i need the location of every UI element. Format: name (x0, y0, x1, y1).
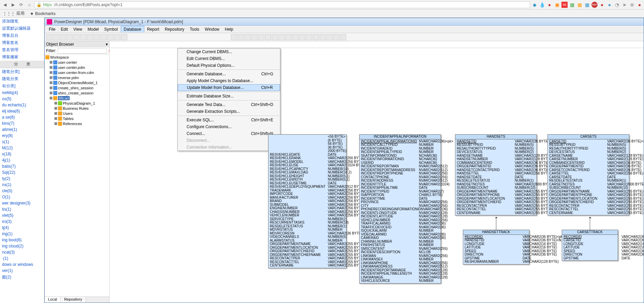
tree-workspace[interactable]: Workspace (45, 55, 108, 60)
toolbar-button[interactable] (245, 34, 251, 40)
toolbar-button[interactable] (73, 34, 79, 40)
category-item[interactable]: ing cloud(2) (0, 243, 44, 249)
category-item[interactable]: x(18) (0, 151, 44, 157)
tree-node[interactable]: ⊞ ObjectOrientedModel_1 (45, 80, 108, 85)
ext-icon[interactable]: ▦ (576, 2, 583, 8)
category-item[interactable]: lj(4) (0, 225, 44, 231)
toolbar-button[interactable] (87, 34, 93, 40)
menu-view[interactable]: View (71, 26, 85, 32)
category-item[interactable]: ing(1) (0, 231, 44, 237)
tree-node[interactable]: ⊞ Tables (45, 116, 108, 121)
menu-window[interactable]: Window (202, 26, 222, 32)
category-item[interactable]: ing boot(6) (0, 237, 44, 243)
sidebar-item[interactable]: 博客签名 (0, 39, 44, 46)
category-item[interactable]: batis(7) (0, 163, 44, 169)
menu-item[interactable]: Apply Model Changes to Database... (178, 77, 280, 84)
entity-resvehicle[interactable]: <56 BYTE>(6 BYTE)56 BYTE)36 BYTE)2000 BY… (268, 134, 347, 268)
toolbar-button[interactable] (286, 34, 292, 40)
toolbar-button[interactable] (231, 34, 237, 40)
tree-node[interactable]: ⊞ References (45, 121, 108, 126)
tree-view[interactable]: Workspace⊞ user-center⊞ user-center.pdm⊞… (45, 54, 109, 297)
toolbar-button[interactable] (279, 34, 285, 40)
menu-item[interactable]: Generate Extraction Scripts... (178, 108, 280, 115)
category-item[interactable]: dows or windows (0, 261, 44, 268)
menu-help[interactable]: Help (222, 26, 236, 32)
ext-icon[interactable]: 58 (561, 2, 568, 8)
category-item[interactable]: os(5) (0, 96, 44, 102)
menu-item[interactable]: Connect...Ctrl+Shift+N (178, 130, 280, 137)
ext-icon[interactable]: ⊕ (629, 2, 635, 8)
tree-node[interactable]: ⊞ create_shiro_session (45, 85, 108, 90)
ext-icon[interactable]: ● (546, 2, 553, 8)
category-item[interactable]: cle(0) (0, 188, 44, 194)
menu-tools[interactable]: Tools (187, 26, 202, 32)
toolbar-button[interactable] (60, 34, 66, 40)
toolbar-button[interactable] (94, 34, 100, 40)
category-item[interactable]: atime(1) (0, 126, 44, 133)
menu-item[interactable]: Update Model from Database...Ctrl+R (178, 84, 280, 91)
ext-icon[interactable]: ◔ (614, 2, 620, 8)
menu-edit[interactable]: Edit (58, 26, 71, 32)
toolbar-button[interactable] (46, 34, 52, 40)
menu-file[interactable]: File (46, 26, 58, 32)
toolbar-button[interactable] (313, 34, 319, 40)
menu-item[interactable]: Generate Test Data...Ctrl+Shift+D (178, 101, 280, 108)
dropdown-icon[interactable]: ▾ (106, 42, 108, 47)
ext-icon[interactable]: ● (599, 2, 605, 8)
category-item[interactable]: du echarts(1) (0, 102, 44, 108)
toolbar-button[interactable] (107, 34, 114, 40)
category-item[interactable]: elj idea(6) (0, 108, 44, 114)
forward-button[interactable]: ▶ (10, 1, 16, 8)
tree-node[interactable]: ⊞ reverse.pdm (45, 75, 108, 80)
menu-symbol[interactable]: Symbol (102, 26, 121, 32)
toolbar-button[interactable] (101, 34, 107, 40)
toolbar-button[interactable] (306, 34, 312, 40)
toolbar-button[interactable] (299, 34, 305, 40)
back-button[interactable]: ◀ (1, 1, 8, 8)
diagram-canvas[interactable]: Change Current DBMS...Edit Current DBMS.… (109, 41, 644, 303)
toolbar-button[interactable] (238, 34, 244, 40)
menu-item[interactable]: Generate Database...Ctrl+G (178, 71, 280, 77)
apps-link[interactable]: ⋮⋮⋮应用 (3, 11, 25, 16)
category-item[interactable]: ·(1) (0, 255, 44, 261)
tree-node[interactable]: ⊞ shiro_create_session (45, 90, 108, 95)
sidebar-item[interactable]: 设置默认编辑器 (0, 25, 44, 32)
category-item[interactable]: ery(8) (0, 133, 44, 139)
category-item[interactable]: 有分类] (0, 82, 44, 90)
menu-item[interactable]: Change Current DBMS... (178, 48, 280, 55)
tree-node[interactable]: ⊞ Business Rules (45, 106, 108, 111)
toolbar-button[interactable] (67, 34, 73, 40)
reload-button[interactable]: ⟳ (18, 1, 25, 8)
category-item[interactable]: vlet(5) (0, 212, 44, 218)
category-item[interactable]: iro(3) (0, 218, 44, 225)
tree-node[interactable]: ⊞ 88cad (45, 95, 108, 101)
category-item[interactable]: 随笔分类] (0, 68, 44, 75)
toolbar-button[interactable] (320, 34, 326, 40)
filter-input[interactable] (58, 48, 107, 54)
toolbar-button[interactable] (53, 34, 59, 40)
tree-node[interactable]: ⊞ PhysicalDiagram_1 (45, 101, 108, 106)
category-item[interactable]: tis(1) (0, 206, 44, 212)
category-item[interactable]: 4j(1) (0, 157, 44, 163)
menu-item[interactable]: Estimate Database Size... (178, 93, 280, 100)
toolbar-button[interactable] (121, 34, 127, 40)
category-item[interactable]: s(1) (0, 139, 44, 145)
toolbar-button[interactable] (80, 34, 86, 40)
category-item[interactable]: Sql(22) (0, 169, 44, 176)
tab-repository[interactable]: Repository (61, 297, 86, 303)
sidebar-item[interactable]: 添加随笔 (0, 18, 44, 25)
tab-local[interactable]: Local (45, 297, 61, 303)
entity-handsettrack[interactable]: HANDSETTRACKRECORDIDVARCHAR2(36 BYTE) <p… (463, 230, 529, 264)
ext-icon[interactable]: ● (606, 2, 613, 8)
category-item[interactable]: ver(1) (0, 268, 44, 274)
toolbar-button[interactable] (251, 34, 258, 40)
menu-item[interactable]: Edit Current DBMS... (178, 55, 280, 62)
toolbar-button[interactable] (114, 34, 120, 40)
entity-carsets[interactable]: CARSETSCARSETIDVARCHAR2(36 BYTE) <pk>RES… (547, 134, 629, 215)
category-item[interactable]: iveMq(4) (0, 90, 44, 96)
menu-item[interactable]: Configure Connections... (178, 123, 280, 130)
tree-node[interactable]: ⊞ Users (45, 111, 108, 116)
category-item[interactable]: 图(2) (0, 274, 44, 281)
toolbar-button[interactable] (265, 34, 271, 40)
entity-handsets[interactable]: HANDSETSHANDSETIDVARCHAR2(36 BYTE) <pk>R… (455, 134, 537, 215)
